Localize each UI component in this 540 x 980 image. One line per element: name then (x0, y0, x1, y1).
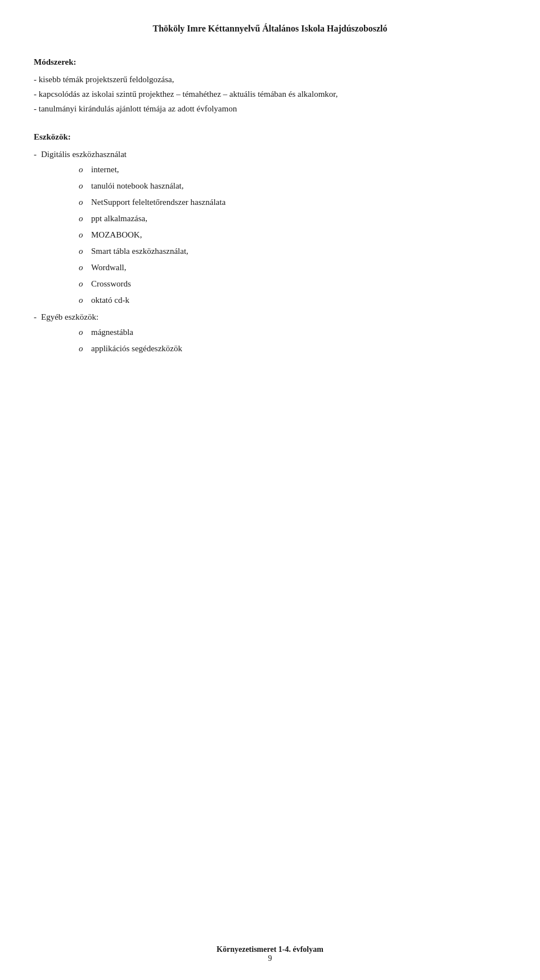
bullet-icon: o (79, 195, 86, 209)
list-item: o mágnestábla (79, 325, 506, 339)
list-item: - kisebb témák projektszerű feldolgozása… (34, 73, 506, 86)
bullet-icon: o (79, 277, 86, 290)
list-item: o NetSupport feleltetőrendszer használat… (79, 195, 506, 209)
dash-icon: - (34, 150, 37, 159)
main-content: Módszerek: - kisebb témák projektszerű f… (34, 57, 506, 355)
egyeb-sub-list: o mágnestábla o applikációs segédeszközö… (34, 325, 506, 355)
page-footer: Környezetismeret 1-4. évfolyam 9 (0, 945, 540, 963)
eszkozok-title: Eszközök: (34, 132, 506, 142)
bullet-icon: o (79, 293, 86, 307)
page: Thököly Imre Kéttannyelvű Általános Isko… (0, 0, 540, 980)
dash-icon: - (34, 312, 37, 322)
list-item: o MOZABOOK, (79, 228, 506, 241)
bullet-icon: o (79, 163, 86, 176)
school-title: Thököly Imre Kéttannyelvű Általános Isko… (152, 24, 387, 33)
egyeb-item: - Egyéb eszközök: (34, 312, 506, 322)
list-item: o Crosswords (79, 277, 506, 290)
bullet-icon: o (79, 228, 86, 241)
digital-label: Digitális eszközhasználat (41, 150, 127, 159)
bullet-icon: o (79, 261, 86, 274)
list-item: - kapcsolódás az iskolai szintű projekth… (34, 87, 506, 101)
egyeb-section: - Egyéb eszközök: o mágnestábla o applik… (34, 312, 506, 355)
eszkozok-section: Eszközök: - Digitális eszközhasználat o … (34, 132, 506, 355)
list-item: o applikációs segédeszközök (79, 342, 506, 355)
egyeb-label: Egyéb eszközök: (41, 312, 98, 322)
list-item: o Wordwall, (79, 261, 506, 274)
digital-sub-list: o internet, o tanulói notebook használat… (34, 163, 506, 307)
bullet-icon: o (79, 342, 86, 355)
footer-subject: Környezetismeret 1-4. évfolyam (0, 945, 540, 954)
list-item: o ppt alkalmazása, (79, 212, 506, 225)
bullet-icon: o (79, 179, 86, 193)
list-item: o tanulói notebook használat, (79, 179, 506, 193)
footer-page-number: 9 (0, 954, 540, 963)
bullet-icon: o (79, 212, 86, 225)
digital-item: - Digitális eszközhasználat (34, 150, 506, 159)
list-item: o Smart tábla eszközhasználat, (79, 244, 506, 258)
bullet-icon: o (79, 244, 86, 258)
modszerek-list: - kisebb témák projektszerű feldolgozása… (34, 73, 506, 115)
list-item: o oktató cd-k (79, 293, 506, 307)
list-item: - tanulmányi kirándulás ajánlott témája … (34, 102, 506, 115)
page-header: Thököly Imre Kéttannyelvű Általános Isko… (34, 23, 506, 35)
list-item: o internet, (79, 163, 506, 176)
modszerek-title: Módszerek: (34, 57, 506, 67)
bullet-icon: o (79, 325, 86, 339)
